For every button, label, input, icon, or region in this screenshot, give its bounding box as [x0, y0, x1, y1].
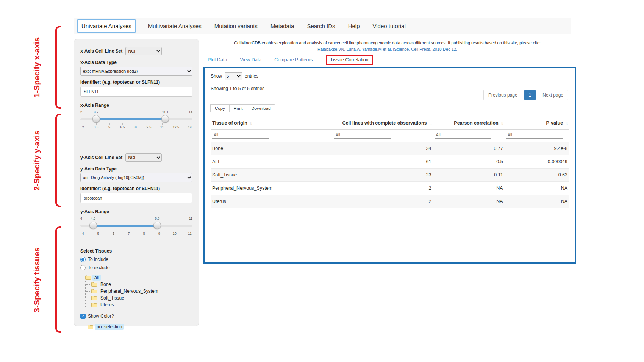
nav-tab[interactable]: Video tutorial [372, 20, 406, 32]
nav-tab[interactable]: Multivariate Analyses [147, 20, 202, 32]
y-range-label: y-Axis Range [80, 209, 192, 214]
correlation-table: Tissue of origin↑↓ Cell lines with compl… [211, 117, 569, 208]
column-header-pearson[interactable]: Pearson correlation↑↓ [433, 117, 505, 130]
tree-connector [86, 305, 90, 305]
intro-text: CellMinerCDB enables exploration and ana… [205, 41, 570, 45]
previous-page-button[interactable]: Previous page [483, 90, 522, 100]
exclude-radio[interactable]: To exclude [80, 265, 192, 270]
x-data-type-label: x-Axis Data Type [80, 60, 192, 65]
exclude-label: To exclude [88, 265, 109, 270]
include-radio[interactable]: To include [80, 257, 192, 262]
folder-icon [91, 282, 97, 287]
pvalue-cell: 0.63 [505, 169, 569, 182]
tissue-controls: Select Tissues To include To exclude all [80, 248, 192, 330]
radio-unselected-icon [80, 265, 86, 270]
y-cell-line-set-label: y-Axis Cell Line Set [80, 155, 122, 160]
pvalue-cell: 9.4e-8 [505, 142, 569, 155]
x-identifier-label: Identifier: (e.g. topotecan or SLFN11) [80, 80, 192, 85]
filter-tissue-input[interactable] [212, 131, 269, 139]
show-color-checkbox[interactable]: ✓ Show Color? [80, 314, 192, 319]
radio-selected-icon [80, 257, 86, 262]
nav-tab[interactable]: Search IDs [306, 20, 336, 32]
pearson-cell: 0.5 [433, 155, 505, 169]
export-button[interactable]: Download [247, 104, 275, 112]
result-tab[interactable]: View Data [240, 57, 261, 62]
pearson-cell: NA [433, 195, 505, 208]
y-cell-line-set-select[interactable]: NCI [125, 153, 162, 162]
y-axis-controls: y-Axis Cell Line Set NCI y-Axis Data Typ… [80, 153, 192, 240]
table-row[interactable]: ALL 61 0.5 0.000049 [211, 155, 569, 169]
tree-children: Bone Peripheral_Nervous_System Soft_Tiss… [85, 281, 192, 308]
export-button[interactable]: Copy [210, 104, 230, 112]
result-tab[interactable]: Tissue Correlation [326, 55, 373, 65]
citation-link[interactable]: Rajapakse.VN, Luna.A, Yamade.M et al. iS… [205, 47, 570, 51]
tree-item-all[interactable]: all [80, 274, 192, 281]
x-axis-controls: x-Axis Cell Line Set NCI x-Axis Data Typ… [80, 47, 192, 134]
step1-label: 1-Specify x-axis [28, 26, 45, 109]
page-number-button[interactable]: 1 [524, 90, 536, 100]
nav-tab[interactable]: Mutation variants [214, 20, 258, 32]
table-filter-row [211, 130, 569, 142]
tissue-cell: ALL [211, 155, 333, 169]
y-range-slider[interactable]: 4 11 4.8 8.8 4567891011 [80, 217, 192, 240]
y-data-type-select[interactable]: act: Drug Activity (-log10[IC50M]) [80, 173, 192, 182]
slider-active-range [93, 225, 157, 227]
tree-connector [83, 327, 86, 327]
x-range-handle-max[interactable] [161, 115, 169, 123]
nav-tab[interactable]: Univariate Analyses [77, 19, 136, 33]
main-nav: Univariate Analyses Multivariate Analyse… [74, 18, 571, 34]
tree-item[interactable]: Soft_Tissue [86, 295, 192, 301]
pearson-cell: 0.77 [433, 142, 505, 155]
column-header-pvalue[interactable]: P-value↑↓ [505, 117, 569, 130]
tissue-cell: Soft_Tissue [211, 169, 333, 182]
export-button[interactable]: Print [229, 104, 247, 112]
tree-item[interactable]: Bone [86, 281, 192, 288]
column-header-cell-lines[interactable]: Cell lines with complete observations↑↓ [333, 117, 433, 130]
page-length-select[interactable]: 5 [225, 72, 242, 80]
filter-pvalue-input[interactable] [506, 131, 563, 139]
x-data-type-select[interactable]: exp: mRNA Expression (log2) [80, 67, 192, 76]
tissue-cell: Uterus [211, 195, 333, 208]
tree-item[interactable]: Peripheral_Nervous_System [86, 288, 192, 295]
sort-icon: ↑↓ [501, 121, 503, 125]
y-identifier-input[interactable] [80, 193, 192, 203]
nav-tab[interactable]: Metadata [270, 20, 295, 32]
result-tab[interactable]: Plot Data [208, 57, 227, 62]
pvalue-cell: NA [505, 182, 569, 195]
cell-lines-cell: 23 [333, 169, 433, 182]
table-row[interactable]: Peripheral_Nervous_System 2 NA NA [211, 182, 569, 195]
tissue-correlation-panel: Show 5 entries Showing 1 to 5 of 5 entri… [203, 67, 576, 264]
pvalue-cell: NA [505, 195, 569, 208]
table-body: Bone 34 0.77 9.4e-8 ALL 61 0.5 0.000049 … [211, 142, 569, 208]
y-range-handle-max[interactable] [153, 222, 161, 229]
x-identifier-input[interactable] [80, 87, 192, 97]
filter-pearson-input[interactable] [435, 131, 491, 139]
tissue-tree: all Bone Peripheral_Nervous_System [80, 274, 192, 308]
x-cell-line-set-select[interactable]: NCI [125, 47, 162, 55]
table-row[interactable]: Bone 34 0.77 9.4e-8 [211, 142, 569, 155]
result-tab[interactable]: Compare Patterns [274, 57, 313, 62]
slider-ticks: 23.556.589.51112.514 [80, 125, 192, 129]
sidebar: x-Axis Cell Line Set NCI x-Axis Data Typ… [74, 39, 199, 326]
tree-item-no-selection[interactable]: no_selection [83, 323, 192, 330]
y-range-handle-min[interactable] [89, 222, 97, 229]
x-range-label: x-Axis Range [80, 103, 192, 108]
step3-bracket [55, 226, 61, 333]
pvalue-cell: 0.000049 [505, 155, 569, 169]
table-header-row: Tissue of origin↑↓ Cell lines with compl… [211, 117, 569, 130]
cell-lines-cell: 2 [333, 182, 433, 195]
tree-item[interactable]: Uterus [86, 301, 192, 308]
nav-tab[interactable]: Help [347, 20, 361, 32]
x-range-slider[interactable]: 2 14 3.7 11.1 23.556.589.51112.514 [80, 110, 192, 134]
filter-cell-lines-input[interactable] [334, 131, 391, 139]
x-range-handle-min[interactable] [92, 115, 100, 123]
table-row[interactable]: Soft_Tissue 23 0.11 0.63 [211, 169, 569, 182]
column-header-tissue[interactable]: Tissue of origin↑↓ [211, 117, 333, 130]
slider-ticks: 4567891011 [80, 232, 192, 236]
sort-icon: ↑↓ [565, 121, 567, 125]
table-row[interactable]: Uterus 2 NA NA [211, 195, 569, 208]
sort-icon: ↑↓ [429, 121, 431, 125]
next-page-button[interactable]: Next page [538, 90, 568, 100]
show-label: Show [211, 73, 222, 79]
show-color-label: Show Color? [88, 314, 114, 319]
